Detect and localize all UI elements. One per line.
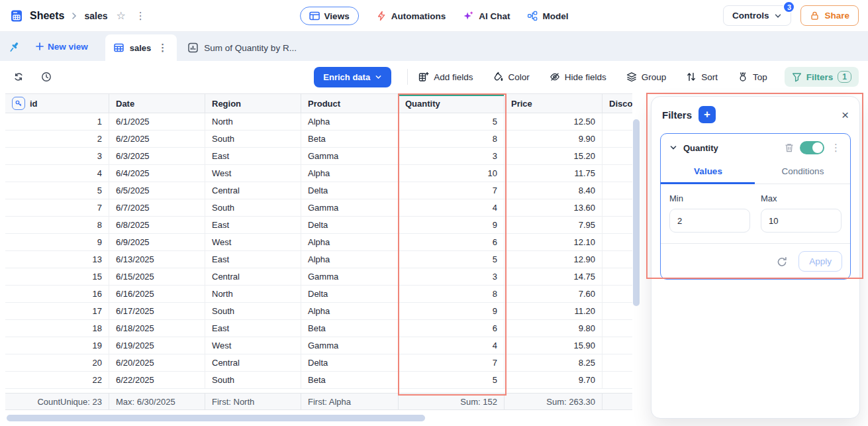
cell[interactable]: East: [205, 251, 301, 268]
history-clock-icon[interactable]: [37, 68, 56, 86]
collapse-chevron-icon[interactable]: [669, 143, 678, 152]
column-header-region[interactable]: Region: [205, 94, 301, 113]
filters-toolbar-button[interactable]: Filters 1: [785, 67, 859, 87]
breadcrumb-table-name[interactable]: sales: [84, 11, 107, 21]
cell[interactable]: 15: [5, 268, 109, 285]
cell[interactable]: 7: [399, 182, 505, 199]
cell[interactable]: 14.75: [505, 268, 603, 285]
cell[interactable]: 12.50: [505, 113, 603, 130]
cell[interactable]: 6/2/2025: [109, 131, 205, 147]
filter-menu-icon[interactable]: ⋮: [830, 142, 842, 154]
cell[interactable]: 5: [5, 182, 109, 199]
cell[interactable]: 6/1/2025: [109, 113, 205, 130]
new-view-button[interactable]: New view: [35, 42, 88, 52]
cell[interactable]: [603, 251, 632, 268]
views-button[interactable]: Views: [300, 7, 359, 25]
cell[interactable]: 6/18/2025: [109, 320, 205, 337]
sort-button[interactable]: Sort: [686, 72, 718, 82]
cell[interactable]: Delta: [301, 182, 399, 199]
ai-chat-button[interactable]: AI Chat: [463, 11, 510, 21]
filter-enabled-toggle[interactable]: [800, 141, 824, 154]
cell[interactable]: 16: [5, 286, 109, 302]
cell[interactable]: [603, 148, 632, 164]
cell[interactable]: 6/13/2025: [109, 251, 205, 268]
controls-button[interactable]: Controls 3: [723, 5, 792, 26]
summary-id[interactable]: CountUnique: 23: [5, 394, 109, 409]
cell[interactable]: 20: [5, 354, 109, 371]
cell[interactable]: [603, 303, 632, 319]
summary-quantity[interactable]: Sum: 152: [399, 394, 505, 409]
cell[interactable]: [603, 354, 632, 371]
favorite-star-icon[interactable]: ☆: [117, 9, 126, 22]
cell[interactable]: Central: [205, 354, 301, 371]
cell[interactable]: 6/8/2025: [109, 217, 205, 233]
cell[interactable]: Alpha: [301, 303, 399, 319]
summary-date[interactable]: Max: 6/30/2025: [109, 394, 205, 409]
cell[interactable]: 11.75: [505, 165, 603, 182]
cell[interactable]: 4: [399, 337, 505, 354]
cell[interactable]: 6/16/2025: [109, 286, 205, 302]
add-fields-button[interactable]: Add fields: [418, 72, 473, 82]
cell[interactable]: 6/9/2025: [109, 234, 205, 250]
cell[interactable]: 2: [5, 131, 109, 147]
column-header-quantity[interactable]: Quantity: [399, 94, 505, 113]
cell[interactable]: Beta: [301, 131, 399, 147]
cell[interactable]: Alpha: [301, 234, 399, 250]
delete-filter-icon[interactable]: [784, 142, 795, 153]
column-header-date[interactable]: Date: [109, 94, 205, 113]
cell[interactable]: 6/19/2025: [109, 337, 205, 354]
cell[interactable]: 7.60: [505, 286, 603, 302]
cell[interactable]: 3: [399, 148, 505, 164]
hide-fields-button[interactable]: Hide fields: [550, 72, 606, 82]
add-filter-button[interactable]: +: [699, 106, 716, 123]
vertical-scrollbar[interactable]: [633, 119, 640, 306]
cell[interactable]: 9: [399, 217, 505, 233]
cell[interactable]: Gamma: [301, 199, 399, 216]
cell[interactable]: West: [205, 165, 301, 182]
cell[interactable]: South: [205, 303, 301, 319]
column-header-price[interactable]: Price: [505, 94, 603, 113]
cell[interactable]: 4: [399, 199, 505, 216]
cell[interactable]: 6/15/2025: [109, 268, 205, 285]
cell[interactable]: 5: [399, 251, 505, 268]
cell[interactable]: 9.80: [505, 320, 603, 337]
cell[interactable]: 1: [5, 113, 109, 130]
cell[interactable]: 6: [399, 234, 505, 250]
cell[interactable]: 5: [399, 113, 505, 130]
group-button[interactable]: Group: [626, 72, 667, 82]
cell[interactable]: South: [205, 131, 301, 147]
top-button[interactable]: Top: [738, 72, 767, 82]
cell[interactable]: 7.95: [505, 217, 603, 233]
cell[interactable]: 8.25: [505, 354, 603, 371]
cell[interactable]: Delta: [301, 354, 399, 371]
cell[interactable]: 22: [5, 372, 109, 388]
cell[interactable]: [603, 182, 632, 199]
max-input[interactable]: [761, 209, 842, 233]
cell[interactable]: 9.90: [505, 131, 603, 147]
table-menu-icon[interactable]: ⋮: [132, 10, 150, 22]
cell[interactable]: Alpha: [301, 165, 399, 182]
cell[interactable]: [603, 131, 632, 147]
cell[interactable]: 6/5/2025: [109, 182, 205, 199]
cell[interactable]: Gamma: [301, 268, 399, 285]
cell[interactable]: 8.40: [505, 182, 603, 199]
cell[interactable]: [603, 268, 632, 285]
cell[interactable]: Beta: [301, 320, 399, 337]
column-header-discount[interactable]: Discount: [603, 94, 632, 113]
cell[interactable]: [603, 113, 632, 130]
cell[interactable]: 15.20: [505, 148, 603, 164]
cell[interactable]: 6/7/2025: [109, 199, 205, 216]
cell[interactable]: [603, 372, 632, 388]
column-header-product[interactable]: Product: [301, 94, 399, 113]
cell[interactable]: 8: [5, 217, 109, 233]
cell[interactable]: South: [205, 199, 301, 216]
cell[interactable]: Central: [205, 268, 301, 285]
pin-icon[interactable]: [9, 41, 21, 52]
cell[interactable]: 7: [399, 354, 505, 371]
cell[interactable]: Gamma: [301, 337, 399, 354]
cell[interactable]: [603, 320, 632, 337]
cell[interactable]: 9.70: [505, 372, 603, 388]
cell[interactable]: 9: [399, 303, 505, 319]
cell[interactable]: Delta: [301, 286, 399, 302]
cell[interactable]: North: [205, 286, 301, 302]
